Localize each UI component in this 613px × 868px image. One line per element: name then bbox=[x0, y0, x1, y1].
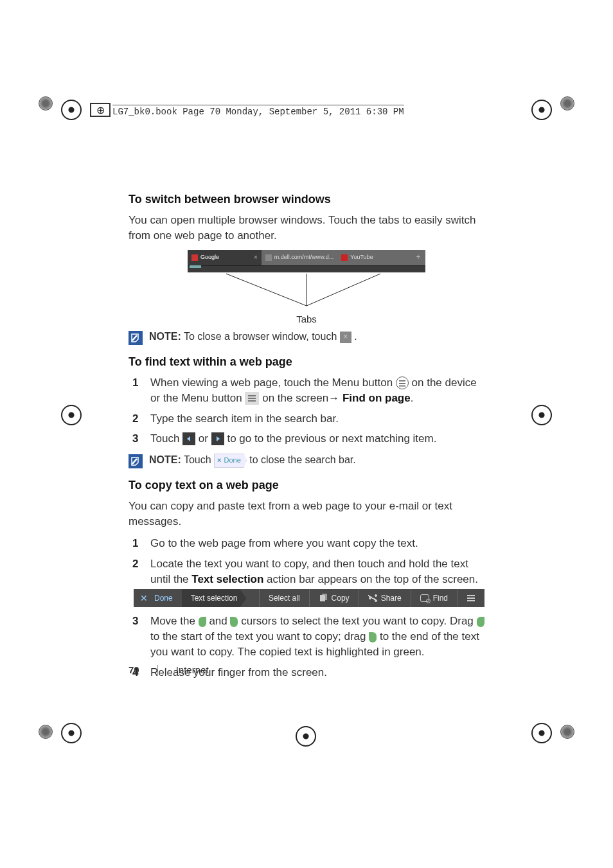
registration-mark bbox=[61, 405, 82, 425]
tab-label: m.dell.com/mt/www.d... bbox=[274, 253, 334, 261]
done-chip[interactable]: ×Done bbox=[214, 454, 247, 468]
chapter-name: Internet bbox=[176, 664, 209, 675]
crop-dot bbox=[560, 725, 574, 739]
actionbar-close-icon[interactable]: ✕ bbox=[134, 592, 154, 605]
actionbar-done[interactable]: Done bbox=[154, 593, 182, 604]
selection-handle-right-icon bbox=[230, 617, 238, 627]
section-heading: To switch between browser windows bbox=[129, 191, 484, 208]
selection-handle-left-icon bbox=[199, 617, 206, 627]
browser-tab[interactable]: m.dell.com/mt/www.d... bbox=[262, 250, 338, 265]
next-match-icon bbox=[211, 432, 224, 445]
tabs-figure: Google × m.dell.com/mt/www.d... YouTube … bbox=[184, 250, 429, 326]
find-icon bbox=[420, 594, 429, 602]
new-tab-button[interactable]: + bbox=[411, 250, 425, 265]
crop-dot bbox=[560, 96, 574, 111]
registration-mark bbox=[61, 723, 82, 743]
prev-match-icon bbox=[182, 432, 195, 445]
step: Go to the web page from where you want c… bbox=[129, 536, 484, 551]
svg-line-0 bbox=[226, 274, 306, 306]
favicon-icon bbox=[341, 254, 348, 261]
crop-dot bbox=[39, 96, 53, 111]
note-text: NOTE: Touch ×Done to close the search ba… bbox=[149, 453, 484, 468]
registration-mark bbox=[531, 723, 552, 743]
actionbar-share[interactable]: Share bbox=[359, 589, 411, 607]
step: Touch or to go to the previous or next m… bbox=[129, 431, 484, 447]
figure-caption: Tabs bbox=[184, 312, 429, 326]
actionbar-copy[interactable]: Copy bbox=[309, 589, 359, 607]
registration-mark bbox=[531, 100, 552, 120]
actionbar-menu[interactable] bbox=[457, 589, 484, 607]
browser-tab[interactable]: YouTube bbox=[337, 250, 411, 265]
crop-dot bbox=[39, 725, 53, 739]
page-footer: 70 Internet bbox=[129, 664, 209, 675]
actionbar-select-all[interactable]: Select all bbox=[259, 589, 309, 607]
browser-tab-active[interactable]: Google × bbox=[188, 250, 262, 265]
svg-line-2 bbox=[306, 274, 380, 306]
share-icon bbox=[368, 594, 377, 603]
menu-icon bbox=[466, 594, 475, 603]
menu-button-software-icon bbox=[245, 392, 259, 405]
tab-label: Google bbox=[200, 253, 219, 261]
registration-mark bbox=[61, 100, 82, 120]
close-icon[interactable]: × bbox=[254, 253, 258, 262]
note-icon bbox=[129, 331, 143, 345]
text-selection-actionbar: ✕ Done Text selection Select all Copy Sh… bbox=[134, 589, 484, 607]
favicon-icon bbox=[265, 254, 272, 261]
browser-tabbar: Google × m.dell.com/mt/www.d... YouTube … bbox=[188, 250, 425, 265]
header-crop-icon: ⊕ bbox=[90, 103, 111, 117]
step: Locate the text you want to copy, and th… bbox=[129, 556, 484, 608]
selection-handle-right-icon bbox=[369, 632, 377, 642]
step: When viewing a web page, touch the Menu … bbox=[129, 375, 484, 406]
copy-icon bbox=[319, 594, 328, 603]
page-number: 70 bbox=[129, 664, 139, 675]
menu-button-hardware-icon bbox=[396, 376, 409, 389]
section-heading: To find text within a web page bbox=[129, 354, 484, 370]
actionbar-title: Text selection bbox=[182, 589, 247, 607]
registration-mark bbox=[531, 405, 552, 425]
section-intro: You can open multiple browser windows. T… bbox=[129, 213, 484, 244]
tab-label: YouTube bbox=[350, 253, 373, 261]
close-tab-icon[interactable]: × bbox=[340, 332, 351, 343]
registration-mark bbox=[296, 726, 316, 747]
note-icon bbox=[129, 454, 143, 468]
selection-handle-left-icon bbox=[477, 617, 484, 627]
section-intro: You can copy and paste text from a web p… bbox=[129, 499, 484, 529]
actionbar-find[interactable]: Find bbox=[411, 589, 457, 607]
frame-header: LG7_bk0.book Page 70 Monday, September 5… bbox=[112, 105, 404, 117]
favicon-icon bbox=[191, 254, 198, 261]
step: Type the search item in the search bar. bbox=[129, 411, 484, 427]
note-text: NOTE: To close a browser window, touch ×… bbox=[149, 330, 484, 344]
callout-lines bbox=[188, 272, 425, 312]
step: Move the and cursors to select the text … bbox=[129, 614, 484, 659]
section-heading: To copy text on a web page bbox=[129, 477, 484, 493]
